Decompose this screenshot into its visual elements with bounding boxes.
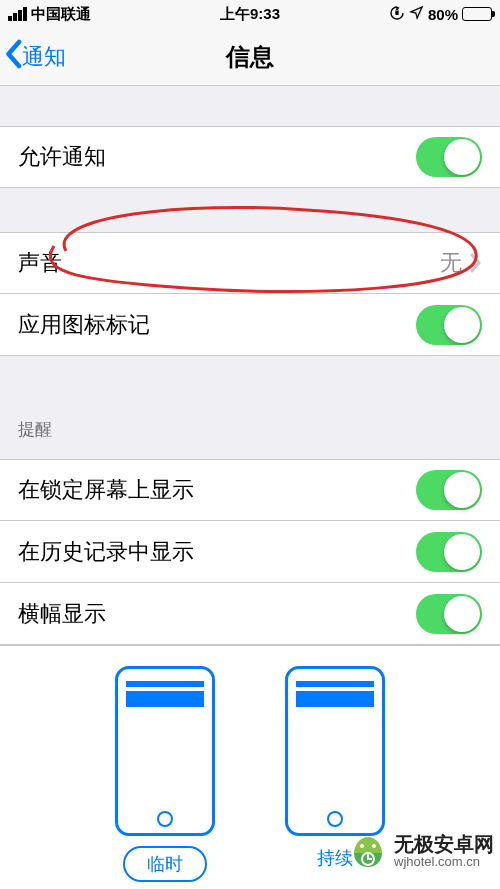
clock: 上午9:33	[220, 5, 280, 24]
back-label: 通知	[22, 42, 66, 72]
watermark-url: wjhotel.com.cn	[394, 855, 494, 869]
row-label: 应用图标标记	[18, 310, 150, 340]
row-show-in-history[interactable]: 在历史记录中显示	[0, 521, 500, 583]
signal-icon	[8, 7, 27, 21]
toggle-allow-notifications[interactable]	[416, 137, 482, 177]
page-title: 信息	[226, 41, 274, 73]
carrier-label: 中国联通	[31, 5, 91, 24]
section-header-alerts: 提醒	[0, 408, 500, 451]
row-label: 横幅显示	[18, 599, 106, 629]
toggle-lockscreen[interactable]	[416, 470, 482, 510]
banner-style-temporary-label: 临时	[123, 846, 207, 882]
row-label: 允许通知	[18, 142, 106, 172]
toggle-banner[interactable]	[416, 594, 482, 634]
svg-rect-0	[395, 11, 398, 15]
chevron-left-icon	[4, 39, 22, 75]
battery-icon	[462, 7, 492, 21]
svg-point-2	[372, 844, 376, 848]
row-badge-app-icon[interactable]: 应用图标标记	[0, 294, 500, 356]
android-logo-icon	[348, 831, 388, 871]
row-label: 在历史记录中显示	[18, 537, 194, 567]
row-value: 无	[440, 248, 462, 278]
orientation-lock-icon	[389, 5, 405, 24]
phone-illustration-icon	[285, 666, 385, 836]
row-show-on-lockscreen[interactable]: 在锁定屏幕上显示	[0, 459, 500, 521]
status-bar: 中国联通 上午9:33 80%	[0, 0, 500, 28]
row-allow-notifications[interactable]: 允许通知	[0, 126, 500, 188]
back-button[interactable]: 通知	[0, 39, 66, 75]
banner-style-temporary[interactable]: 临时	[115, 666, 215, 882]
svg-point-1	[360, 844, 364, 848]
watermark-title: 无极安卓网	[394, 833, 494, 855]
row-label: 在锁定屏幕上显示	[18, 475, 194, 505]
chevron-right-icon	[470, 253, 482, 273]
location-icon	[409, 5, 424, 23]
row-sound[interactable]: 声音 无	[0, 232, 500, 294]
battery-pct: 80%	[428, 6, 458, 23]
row-banner-show[interactable]: 横幅显示	[0, 583, 500, 645]
toggle-badge[interactable]	[416, 305, 482, 345]
row-label: 声音	[18, 248, 62, 278]
nav-bar: 通知 信息	[0, 28, 500, 86]
watermark: 无极安卓网 wjhotel.com.cn	[348, 831, 494, 871]
toggle-history[interactable]	[416, 532, 482, 572]
phone-illustration-icon	[115, 666, 215, 836]
